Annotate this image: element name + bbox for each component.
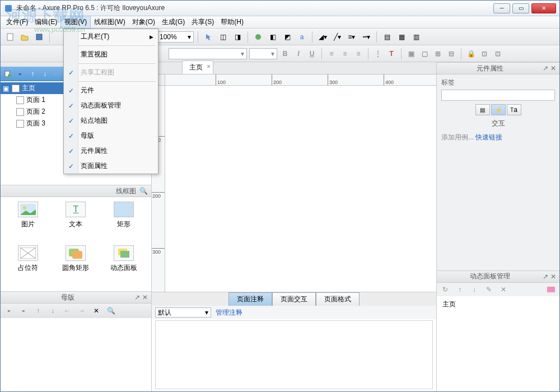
align-right-text-icon[interactable]: ≡ (353, 48, 364, 59)
left-icon[interactable]: ← (61, 305, 73, 317)
new-button[interactable] (4, 31, 16, 43)
dyn-item[interactable]: 主页 (439, 298, 557, 310)
minimize-button[interactable]: ─ (493, 3, 510, 13)
color-icon[interactable] (545, 283, 557, 296)
label-input[interactable] (441, 90, 555, 101)
spec-button[interactable]: ◧ (267, 31, 279, 43)
add-child-icon[interactable]: ▫ (15, 69, 25, 79)
menu-edit[interactable]: 编辑(E) (31, 16, 60, 28)
delete-icon[interactable]: ✕ (90, 305, 102, 317)
group-icon[interactable]: ⊞ (432, 48, 444, 59)
add-page-icon[interactable] (3, 69, 13, 79)
props-tab-format[interactable]: Ta (507, 104, 521, 115)
props-tab-notes[interactable]: ▤ (475, 104, 490, 115)
menu-help[interactable]: 帮助(H) (217, 16, 247, 28)
close-icon[interactable]: ✕ (550, 64, 556, 72)
close-icon[interactable]: × (207, 63, 211, 71)
canvas[interactable] (165, 86, 436, 292)
lock-icon[interactable]: 🔒 (465, 48, 477, 59)
fill-color-icon[interactable]: ◢▾ (316, 31, 329, 43)
align-center-text-icon[interactable]: ≡ (339, 48, 351, 59)
up-icon[interactable]: ↑ (454, 283, 466, 296)
menu-object[interactable]: 对象(O) (129, 16, 158, 28)
underline-button[interactable]: U (306, 48, 318, 59)
quick-link[interactable]: 快速链接 (475, 133, 502, 141)
order-back-icon[interactable]: ▢ (419, 48, 430, 59)
menu-toolbars[interactable]: 工具栏(T)▶ (64, 29, 158, 44)
widget-rounded[interactable]: 圆角矩形 (53, 245, 99, 287)
distribute-icon[interactable]: ⊡ (479, 48, 490, 59)
notes-editor[interactable] (155, 320, 433, 389)
tool-icon[interactable]: ↻ (439, 283, 451, 296)
tool-icon[interactable]: a (296, 31, 308, 43)
add-folder-icon[interactable]: ▫ (17, 305, 30, 317)
distribute-icon[interactable]: ⊡ (492, 48, 503, 59)
order-front-icon[interactable]: ▣ (405, 48, 417, 59)
menu-view[interactable]: 视图(V) (60, 16, 91, 29)
popout-icon[interactable]: ↗ (134, 293, 140, 301)
line-width-icon[interactable]: ≡▾ (346, 31, 358, 43)
align-left-icon[interactable]: ▤ (381, 31, 393, 43)
move-up-icon[interactable]: ↑ (27, 69, 38, 79)
tab-page-notes[interactable]: 页面注释 (228, 292, 272, 306)
popout-icon[interactable]: ↗ (543, 64, 548, 72)
menu-pane-sitemap[interactable]: ✓站点地图 (64, 113, 158, 128)
menu-wireframe[interactable]: 线框图(W) (91, 16, 128, 28)
edit-icon[interactable]: ✎ (483, 283, 495, 296)
manage-notes-link[interactable]: 管理注释 (216, 308, 242, 318)
canvas-tab[interactable]: 主页× (182, 60, 213, 74)
widget-text[interactable]: T文本 (53, 202, 99, 243)
save-button[interactable] (33, 31, 45, 43)
tab-page-interactions[interactable]: 页面交互 (272, 292, 316, 306)
down-icon[interactable]: ↓ (46, 305, 59, 317)
zoom-combo[interactable]: 100%▾ (157, 31, 194, 43)
size-combo[interactable]: ▾ (249, 48, 277, 59)
right-icon[interactable]: → (76, 305, 88, 317)
menu-pane-widgets[interactable]: ✓元件 (64, 83, 158, 98)
props-tab-interactions[interactable]: ⚡ (491, 104, 506, 115)
menu-pane-dynamic[interactable]: ✓动态面板管理 (64, 98, 158, 113)
open-button[interactable] (18, 31, 31, 43)
move-down-icon[interactable]: ↓ (40, 69, 50, 79)
up-icon[interactable]: ↑ (32, 305, 44, 317)
menu-generate[interactable]: 生成(G) (158, 16, 188, 28)
menu-pane-props[interactable]: ✓元件属性 (64, 143, 158, 158)
widget-image[interactable]: 图片 (5, 202, 51, 243)
close-icon[interactable]: ✕ (550, 273, 556, 281)
add-master-icon[interactable]: ▫ (3, 305, 15, 317)
menu-share[interactable]: 共享(S) (188, 16, 217, 28)
text-color-icon[interactable]: T (386, 48, 397, 59)
down-icon[interactable]: ↓ (468, 283, 480, 296)
close-icon[interactable]: ✕ (142, 293, 148, 301)
menu-pane-page-props[interactable]: ✓页面属性 (64, 158, 158, 174)
tool-icon[interactable]: ◨ (231, 31, 244, 43)
bold-button[interactable]: B (279, 48, 291, 59)
align-center-icon[interactable]: ▦ (395, 31, 408, 43)
search-icon[interactable]: 🔍 (139, 187, 148, 195)
maximize-button[interactable]: ▭ (512, 3, 529, 13)
tool-icon[interactable]: ◫ (217, 31, 229, 43)
ungroup-icon[interactable]: ⊟ (446, 48, 457, 59)
notes-type-combo[interactable]: 默认▾ (155, 307, 211, 318)
select-tool[interactable] (202, 31, 214, 43)
menu-file[interactable]: 文件(F) (3, 16, 31, 28)
tab-page-format[interactable]: 页面格式 (316, 292, 360, 306)
align-left-text-icon[interactable]: ≡ (326, 48, 337, 59)
bullet-icon[interactable]: ⋮ (372, 48, 384, 59)
italic-button[interactable]: I (293, 48, 304, 59)
menu-reset-view[interactable]: 重置视图 (64, 47, 158, 62)
search-icon[interactable]: 🔍 (105, 305, 117, 317)
line-color-icon[interactable]: ╱▾ (331, 31, 343, 43)
widget-dynamic[interactable]: 动态面板 (101, 245, 147, 287)
preview-button[interactable] (252, 31, 264, 43)
line-style-icon[interactable]: ┅▾ (360, 31, 372, 43)
menu-pane-masters[interactable]: ✓母版 (64, 128, 158, 143)
widget-rectangle[interactable]: 矩形 (101, 202, 147, 243)
font-combo[interactable]: ▾ (169, 48, 247, 59)
move-left-icon[interactable]: ← (52, 69, 62, 79)
delete-icon[interactable]: ✕ (497, 283, 510, 296)
popout-icon[interactable]: ↗ (543, 273, 548, 281)
close-button[interactable]: ✕ (531, 3, 556, 13)
widget-placeholder[interactable]: 占位符 (5, 245, 51, 287)
tool-icon[interactable]: ◩ (281, 31, 293, 43)
